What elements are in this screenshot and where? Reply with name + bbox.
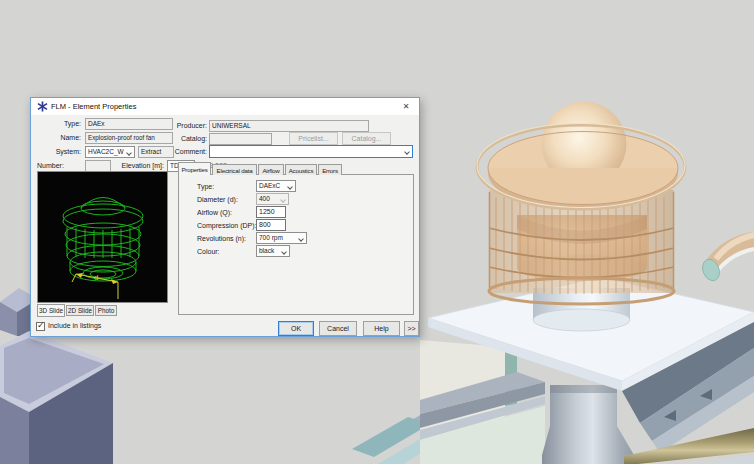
prop-colour-value: black [259, 247, 274, 254]
tab-electrical-data[interactable]: Electrical data [212, 164, 257, 175]
preview-tab-2d-slide[interactable]: 2D Slide [66, 305, 94, 316]
type-input[interactable]: DAEx [85, 118, 173, 130]
application-window: FLM - Element Properties ✕ Type: DAEx Na… [0, 0, 754, 464]
catalog-label: Catalog: [161, 133, 207, 145]
prop-compression-input[interactable]: 800 [256, 219, 286, 231]
prop-diameter-combobox[interactable]: 400 [256, 193, 289, 205]
prop-colour-combobox[interactable]: black [256, 245, 290, 257]
properties-panel: Type: DAExC Diameter (d): 400 Airflow (Q… [178, 174, 414, 315]
prop-type-label: Type: [197, 181, 255, 193]
comment-combobox[interactable] [209, 145, 413, 158]
tab-acoustics[interactable]: Acoustics [285, 164, 317, 175]
element-properties-dialog: FLM - Element Properties ✕ Type: DAEx Na… [30, 97, 420, 337]
more-button[interactable]: >> [404, 321, 419, 336]
chevron-down-icon [280, 197, 286, 203]
preview-tab-3d-slide[interactable]: 3D Slide [37, 304, 65, 317]
app-icon [37, 101, 48, 112]
tab-airflow[interactable]: Airflow [258, 164, 284, 175]
chevron-down-icon [287, 184, 293, 190]
preview-3d-view[interactable]: d [37, 171, 168, 303]
system-label: System: [37, 146, 81, 158]
prop-compression-label: Compression (DP): [197, 220, 259, 232]
prop-diameter-label: Diameter (d): [197, 194, 255, 206]
prop-airflow-label: Airflow (Q): [197, 207, 255, 219]
prop-diameter-value: 400 [259, 195, 270, 202]
preview-tab-photo[interactable]: Photo [95, 305, 117, 316]
name-input[interactable]: Explosion-proof roof fan [85, 132, 173, 144]
dimension-label: d [94, 273, 98, 282]
tab-errors[interactable]: Errors [318, 164, 342, 175]
tab-properties[interactable]: Properties [178, 162, 211, 175]
fan-base-cylinder [533, 288, 630, 331]
prop-type-value: DAExC [259, 182, 280, 189]
prop-type-combobox[interactable]: DAExC [256, 180, 296, 192]
check-icon: ✓ [37, 321, 45, 330]
system-combobox[interactable]: HVAC2C_W [85, 146, 135, 158]
chevron-down-icon [298, 236, 304, 242]
producer-input[interactable]: UNIWERSAL [209, 120, 369, 132]
pricelist-button[interactable]: Pricelist... [289, 132, 338, 145]
comment-label: Comment: [161, 146, 207, 158]
prop-airflow-input[interactable]: 1250 [256, 206, 286, 218]
include-checkbox[interactable]: ✓ [36, 322, 45, 331]
type-label: Type: [37, 118, 81, 130]
prop-revolutions-value: 700 rpm [259, 234, 283, 241]
system-value: HVAC2C_W [88, 148, 124, 155]
catalog-input[interactable] [209, 133, 272, 145]
help-button[interactable]: Help [363, 321, 400, 336]
prop-colour-label: Colour: [197, 246, 255, 258]
wireframe-fan-preview: d [38, 172, 167, 302]
close-icon[interactable]: ✕ [399, 98, 413, 115]
include-checkbox-label: Include in listings [48, 320, 101, 332]
chevron-down-icon [126, 150, 132, 156]
chevron-down-icon [281, 249, 287, 255]
window-titlebar[interactable]: FLM - Element Properties ✕ [31, 98, 419, 115]
catalog-button[interactable]: Catalog... [342, 132, 391, 145]
ok-button[interactable]: OK [278, 321, 314, 336]
producer-label: Producer: [161, 120, 207, 132]
window-title: FLM - Element Properties [51, 98, 136, 115]
chevron-down-icon [404, 149, 410, 155]
prop-revolutions-combobox[interactable]: 700 rpm [256, 232, 307, 244]
name-label: Name: [37, 132, 81, 144]
cancel-button[interactable]: Cancel [319, 321, 357, 336]
prop-revolutions-label: Revolutions (n): [197, 233, 255, 245]
